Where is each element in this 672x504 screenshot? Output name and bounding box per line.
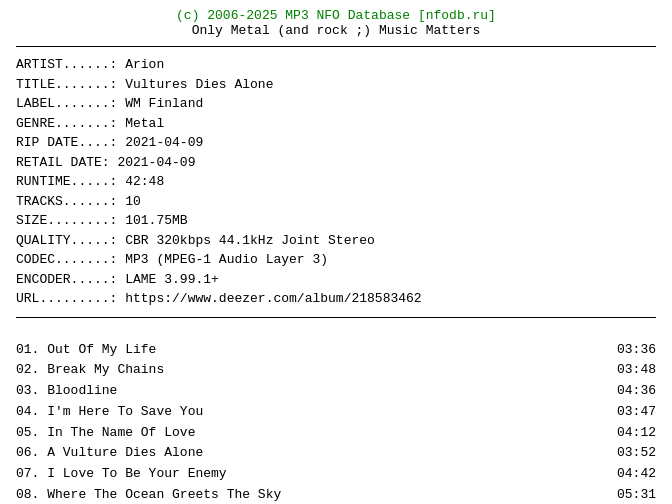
header-line1: (c) 2006-2025 MP3 NFO Database [nfodb.ru… [16,8,656,23]
track-duration: 04:42 [606,464,656,485]
track-row: 03. Bloodline04:36 [16,381,656,402]
track-row: 08. Where The Ocean Greets The Sky05:31 [16,485,656,504]
metadata-line: TRACKS......: 10 [16,192,656,212]
metadata-line: RETAIL DATE: 2021-04-09 [16,153,656,173]
track-title: 03. Bloodline [16,381,606,402]
track-duration: 03:52 [606,443,656,464]
track-row: 04. I'm Here To Save You03:47 [16,402,656,423]
track-title: 01. Out Of My Life [16,340,606,361]
metadata-line: ENCODER.....: LAME 3.99.1+ [16,270,656,290]
header: (c) 2006-2025 MP3 NFO Database [nfodb.ru… [16,8,656,38]
track-title: 08. Where The Ocean Greets The Sky [16,485,606,504]
track-duration: 03:36 [606,340,656,361]
track-duration: 04:12 [606,423,656,444]
track-duration: 04:36 [606,381,656,402]
divider-top [16,46,656,47]
track-row: 02. Break My Chains03:48 [16,360,656,381]
track-title: 07. I Love To Be Your Enemy [16,464,606,485]
header-line2: Only Metal (and rock ;) Music Matters [16,23,656,38]
track-title: 04. I'm Here To Save You [16,402,606,423]
track-row: 06. A Vulture Dies Alone03:52 [16,443,656,464]
divider-mid1 [16,317,656,318]
metadata-line: SIZE........: 101.75MB [16,211,656,231]
metadata-block: ARTIST......: ArionTITLE.......: Vulture… [16,55,656,309]
metadata-line: CODEC.......: MP3 (MPEG-1 Audio Layer 3) [16,250,656,270]
track-row: 07. I Love To Be Your Enemy04:42 [16,464,656,485]
track-duration: 03:48 [606,360,656,381]
track-row: 01. Out Of My Life03:36 [16,340,656,361]
metadata-line: TITLE.......: Vultures Dies Alone [16,75,656,95]
tracklist-block: 01. Out Of My Life03:3602. Break My Chai… [16,340,656,505]
track-row: 05. In The Name Of Love04:12 [16,423,656,444]
track-title: 06. A Vulture Dies Alone [16,443,606,464]
metadata-line: RUNTIME.....: 42:48 [16,172,656,192]
metadata-line: QUALITY.....: CBR 320kbps 44.1kHz Joint … [16,231,656,251]
track-title: 05. In The Name Of Love [16,423,606,444]
metadata-line: ARTIST......: Arion [16,55,656,75]
track-title: 02. Break My Chains [16,360,606,381]
metadata-line: GENRE.......: Metal [16,114,656,134]
metadata-line: RIP DATE....: 2021-04-09 [16,133,656,153]
track-duration: 03:47 [606,402,656,423]
metadata-line: URL.........: https://www.deezer.com/alb… [16,289,656,309]
track-duration: 05:31 [606,485,656,504]
metadata-line: LABEL.......: WM Finland [16,94,656,114]
